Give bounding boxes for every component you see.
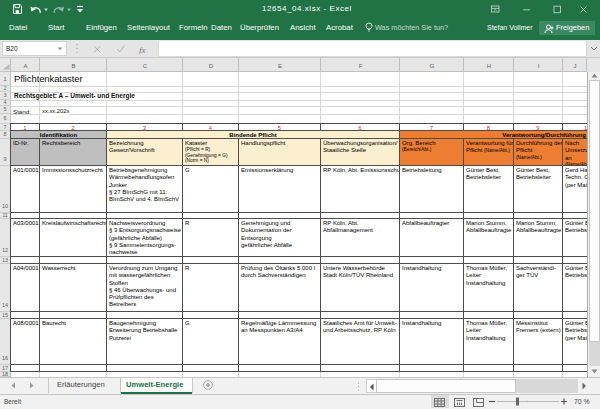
- svg-text:fx: fx: [139, 45, 146, 55]
